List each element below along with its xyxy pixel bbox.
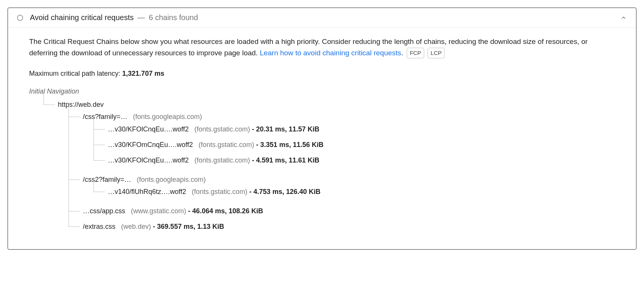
audit-summary: 6 chains found [149,13,198,22]
tree-node: …v140/flUhRq6tz….woff2 (fonts.gstatic.co… [93,184,615,200]
request-host: (fonts.googleapis.com) [133,113,202,120]
request-path: …css/app.css [83,207,125,215]
request-path: https://web.dev [58,101,104,108]
tree-node: /css2?family=… (fonts.googleapis.com) …v… [68,172,615,203]
tree-node: …v30/KFOmCnqEu….woff2 (fonts.gstatic.com… [93,137,615,153]
tree-node-root: https://web.dev /css?family=… (fonts.goo… [44,97,615,238]
request-stats: - 46.064 ms, 108.26 KiB [188,207,263,215]
tree-node: /css?family=… (fonts.googleapis.com) …v3… [68,109,615,172]
audit-description: The Critical Request Chains below show y… [29,36,615,59]
request-host: (fonts.gstatic.com) [192,188,247,195]
request-path: …v140/flUhRq6tz….woff2 [108,188,186,195]
request-host: (fonts.googleapis.com) [137,176,206,183]
request-chain-tree: https://web.dev /css?family=… (fonts.goo… [29,97,615,238]
audit-card: Avoid chaining critical requests — 6 cha… [8,8,636,250]
request-stats: - 3.351 ms, 11.56 KiB [256,141,324,148]
chevron-up-icon[interactable] [620,14,627,21]
tree-node: …v30/KFOlCnqEu….woff2 (fonts.gstatic.com… [93,122,615,137]
audit-title: Avoid chaining critical requests [30,13,134,22]
audit-header[interactable]: Avoid chaining critical requests — 6 cha… [8,8,636,28]
request-path: …v30/KFOlCnqEu….woff2 [108,156,189,164]
metric-tag-fcp: FCP [407,48,424,58]
status-circle-icon [17,15,23,21]
tree-node: …css/app.css (www.gstatic.com) - 46.064 … [68,203,615,219]
request-path: /css?family=… [83,113,128,120]
separator: — [137,13,145,22]
request-stats: - 4.591 ms, 11.61 KiB [252,156,319,164]
request-stats: - 20.31 ms, 11.57 KiB [252,125,319,133]
metric-tag-lcp: LCP [428,48,445,58]
latency-summary: Maximum critical path latency: 1,321.707… [29,70,615,78]
request-host: (fonts.gstatic.com) [199,141,254,148]
latency-label: Maximum critical path latency: [29,70,122,77]
request-path: /css2?family=… [83,176,131,183]
learn-more-link[interactable]: Learn how to avoid chaining critical req… [260,49,401,57]
request-path: /extras.css [83,223,115,230]
request-stats: - 369.557 ms, 1.13 KiB [153,223,224,230]
tree-node: /extras.css (web.dev) - 369.557 ms, 1.13… [68,219,615,234]
latency-value: 1,321.707 ms [122,70,164,77]
request-stats: - 4.753 ms, 126.40 KiB [249,188,320,195]
request-host: (fonts.gstatic.com) [194,125,250,133]
audit-body: The Critical Request Chains below show y… [8,28,636,249]
request-host: (web.dev) [121,223,151,230]
request-host: (fonts.gstatic.com) [194,156,250,164]
request-host: (www.gstatic.com) [131,207,186,215]
request-path: …v30/KFOlCnqEu….woff2 [108,125,189,133]
tree-node: …v30/KFOlCnqEu….woff2 (fonts.gstatic.com… [93,153,615,168]
initial-navigation-label: Initial Navigation [29,88,615,95]
request-path: …v30/KFOmCnqEu….woff2 [108,141,193,148]
